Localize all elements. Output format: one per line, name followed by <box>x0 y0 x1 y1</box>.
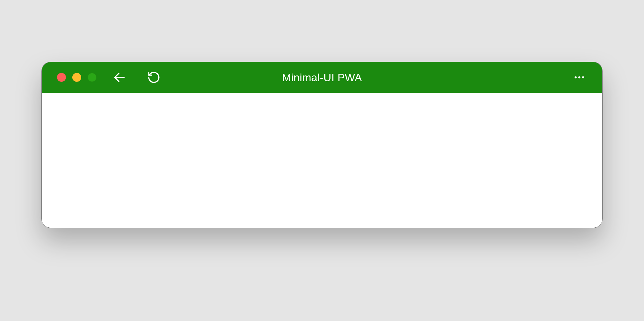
app-window: Minimal-UI PWA <box>42 62 602 228</box>
close-button[interactable] <box>57 73 66 82</box>
content-area <box>42 93 602 228</box>
titlebar: Minimal-UI PWA <box>42 62 602 93</box>
more-button[interactable] <box>572 70 587 85</box>
svg-point-1 <box>575 76 577 79</box>
back-button[interactable] <box>112 70 127 85</box>
traffic-lights <box>57 73 97 82</box>
reload-button[interactable] <box>146 70 161 85</box>
svg-point-2 <box>578 76 581 79</box>
svg-point-3 <box>582 76 584 79</box>
reload-icon <box>147 71 161 84</box>
arrow-left-icon <box>112 70 126 84</box>
more-horizontal-icon <box>573 71 586 84</box>
maximize-button[interactable] <box>88 73 97 82</box>
minimize-button[interactable] <box>72 73 81 82</box>
window-title: Minimal-UI PWA <box>282 71 362 84</box>
